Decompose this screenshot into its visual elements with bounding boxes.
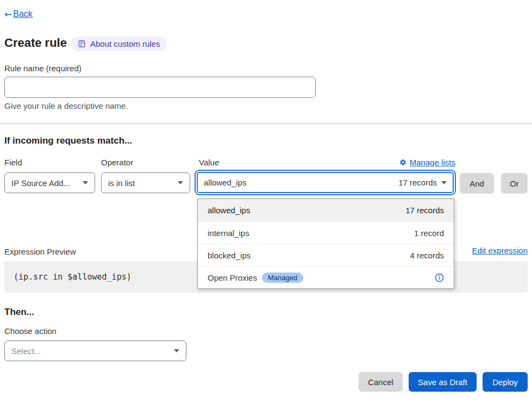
value-select-records: 17 records [398, 178, 437, 187]
manage-lists-link[interactable]: Manage lists [399, 158, 455, 167]
operator-label: Operator [101, 158, 133, 167]
about-custom-rules-label: About custom rules [90, 39, 160, 48]
list-option-name: blocked_ips [208, 251, 251, 260]
field-select-value: IP Source Add... [11, 178, 70, 188]
rule-name-input[interactable] [4, 77, 316, 98]
list-option-meta: 17 records [405, 206, 444, 215]
action-select-placeholder: Select... [11, 347, 41, 356]
expression-code: (ip.src in $allowed_ips) [14, 272, 132, 282]
rule-name-help: Give your rule a descriptive name. [4, 101, 128, 110]
action-select[interactable]: Select... [4, 341, 186, 361]
chevron-down-icon [83, 181, 88, 184]
gear-icon [399, 159, 406, 166]
list-option-name: allowed_ips [208, 206, 250, 215]
create-rule-page: ←Back Create rule About custom rules Rul… [0, 0, 532, 402]
chevron-down-icon [441, 181, 447, 184]
value-select-inner: allowed_ips 17 records [197, 172, 454, 193]
list-option-internal-ips[interactable]: internal_ips 1 record [198, 221, 454, 244]
list-option-name: Open Proxies [208, 273, 257, 282]
and-button[interactable]: And [460, 173, 494, 194]
value-label: Value [199, 158, 219, 167]
section-divider [0, 123, 532, 124]
edit-expression-link[interactable]: Edit expression [472, 246, 528, 255]
cancel-button[interactable]: Cancel [359, 372, 403, 392]
back-link-label: Back [13, 9, 33, 19]
operator-select-value: is in list [108, 178, 135, 188]
choose-action-label: Choose action [4, 326, 57, 336]
book-icon [78, 40, 86, 48]
list-option-name: internal_ips [208, 228, 249, 238]
value-select-value: allowed_ips [204, 178, 246, 187]
about-custom-rules-link[interactable]: About custom rules [71, 36, 167, 51]
list-option-meta: 4 records [410, 251, 444, 260]
or-button[interactable]: Or [501, 173, 528, 194]
field-label: Field [4, 158, 22, 167]
list-option-open-proxies[interactable]: Open Proxies Managed [198, 266, 454, 288]
expression-preview-label: Expression Preview [4, 247, 76, 256]
match-heading: If incoming requests match... [4, 135, 132, 146]
chevron-down-icon [178, 181, 183, 184]
then-heading: Then... [4, 307, 34, 318]
page-title: Create rule [4, 36, 67, 50]
deploy-button[interactable]: Deploy [483, 372, 528, 392]
back-link[interactable]: ←Back [4, 9, 33, 20]
list-option-allowed-ips[interactable]: allowed_ips 17 records [198, 199, 454, 221]
list-option-meta: 1 record [414, 228, 444, 238]
rule-name-label: Rule name (required) [4, 64, 82, 73]
save-as-draft-button[interactable]: Save as Draft [409, 372, 477, 392]
field-select[interactable]: IP Source Add... [4, 172, 95, 193]
list-dropdown: allowed_ips 17 records internal_ips 1 re… [197, 199, 454, 289]
chevron-down-icon [174, 349, 179, 352]
info-icon[interactable] [435, 273, 444, 282]
managed-badge: Managed [262, 273, 303, 283]
manage-lists-label: Manage lists [410, 158, 455, 167]
list-option-blocked-ips[interactable]: blocked_ips 4 records [198, 244, 454, 266]
back-arrow-icon: ← [4, 9, 12, 20]
value-select[interactable]: allowed_ips 17 records [195, 170, 456, 195]
operator-select[interactable]: is in list [101, 172, 190, 193]
